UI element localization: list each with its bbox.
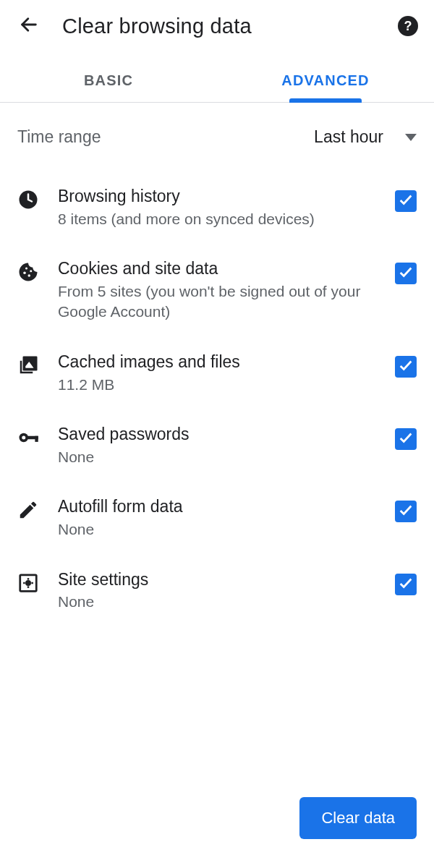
app-header: Clear browsing data ? bbox=[0, 0, 434, 59]
options-list: Browsing history 8 items (and more on sy… bbox=[0, 171, 434, 627]
arrow-left-icon bbox=[19, 14, 39, 38]
time-range-value: Last hour bbox=[314, 127, 383, 147]
svg-point-5 bbox=[25, 268, 27, 270]
item-title: Site settings bbox=[58, 569, 380, 591]
item-subtitle: From 5 sites (you won't be signed out of… bbox=[58, 281, 380, 323]
item-subtitle: 8 items (and more on synced devices) bbox=[58, 209, 380, 229]
check-icon bbox=[398, 192, 414, 210]
list-item-cookies: Cookies and site data From 5 sites (you … bbox=[0, 244, 434, 337]
tab-advanced[interactable]: ADVANCED bbox=[217, 59, 434, 102]
pencil-icon bbox=[17, 496, 58, 521]
check-icon bbox=[398, 264, 414, 283]
svg-point-4 bbox=[28, 274, 31, 277]
tabs: BASIC ADVANCED bbox=[0, 59, 434, 103]
check-icon bbox=[398, 430, 414, 448]
list-item-browsing-history: Browsing history 8 items (and more on sy… bbox=[0, 171, 434, 244]
image-stack-icon bbox=[17, 352, 58, 376]
back-button[interactable] bbox=[16, 13, 42, 39]
svg-point-3 bbox=[23, 272, 26, 275]
key-icon bbox=[17, 424, 58, 448]
item-subtitle: None bbox=[58, 447, 380, 467]
clock-icon bbox=[17, 186, 58, 210]
svg-point-10 bbox=[22, 436, 25, 440]
list-item-site-settings: Site settings None bbox=[0, 555, 434, 627]
help-icon: ? bbox=[404, 19, 412, 34]
item-title: Cookies and site data bbox=[58, 258, 380, 280]
page-title: Clear browsing data bbox=[62, 14, 398, 38]
list-item-cached: Cached images and files 11.2 MB bbox=[0, 337, 434, 409]
settings-page-icon bbox=[17, 569, 58, 594]
svg-marker-1 bbox=[405, 134, 417, 141]
footer: Clear data bbox=[0, 797, 434, 868]
checkbox-browsing-history[interactable] bbox=[395, 190, 417, 212]
help-button[interactable]: ? bbox=[398, 16, 418, 36]
tab-basic[interactable]: BASIC bbox=[0, 59, 217, 102]
checkbox-cached[interactable] bbox=[395, 356, 417, 378]
checkbox-site-settings[interactable] bbox=[395, 574, 417, 595]
item-subtitle: None bbox=[58, 592, 380, 612]
checkbox-passwords[interactable] bbox=[395, 428, 417, 450]
item-title: Browsing history bbox=[58, 186, 380, 208]
time-range-label: Time range bbox=[17, 127, 314, 147]
svg-rect-12 bbox=[35, 436, 38, 442]
check-icon bbox=[398, 502, 414, 521]
cookie-icon bbox=[17, 258, 58, 283]
list-item-autofill: Autofill form data None bbox=[0, 482, 434, 554]
check-icon bbox=[398, 575, 414, 594]
list-item-passwords: Saved passwords None bbox=[0, 409, 434, 482]
item-subtitle: 11.2 MB bbox=[58, 375, 380, 395]
svg-point-14 bbox=[25, 580, 31, 586]
checkbox-cookies[interactable] bbox=[395, 263, 417, 284]
time-range-row: Time range Last hour bbox=[0, 103, 434, 171]
item-title: Cached images and files bbox=[58, 352, 380, 373]
check-icon bbox=[398, 357, 414, 376]
chevron-down-icon bbox=[405, 131, 417, 144]
item-title: Autofill form data bbox=[58, 496, 380, 518]
item-subtitle: None bbox=[58, 519, 380, 540]
clear-data-button[interactable]: Clear data bbox=[299, 797, 417, 839]
time-range-select[interactable]: Last hour bbox=[314, 127, 417, 147]
checkbox-autofill[interactable] bbox=[395, 501, 417, 522]
item-title: Saved passwords bbox=[58, 424, 380, 446]
svg-point-6 bbox=[30, 270, 32, 272]
